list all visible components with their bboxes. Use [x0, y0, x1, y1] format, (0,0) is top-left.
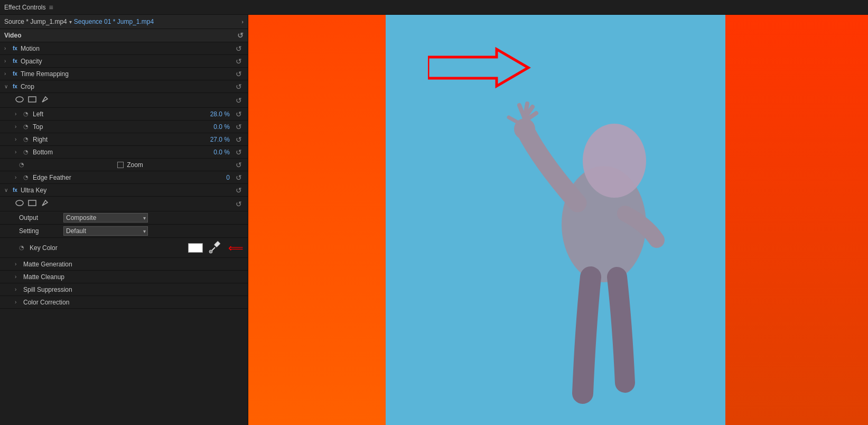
crop-bottom-clock[interactable]: ◔ [23, 149, 31, 155]
crop-left-clock[interactable]: ◔ [23, 110, 31, 117]
crop-top-expand[interactable]: › [15, 124, 21, 130]
source-dropdown-chevron[interactable]: ▾ [69, 19, 72, 25]
time-remapping-expand-arrow[interactable]: › [4, 71, 11, 77]
matte-generation-row[interactable]: › Matte Generation [0, 258, 248, 271]
ultra-key-expand-arrow[interactable]: ∨ [4, 187, 11, 193]
video-section-reset[interactable]: ↺ [237, 31, 244, 40]
ultra-key-fx-badge: fx [13, 187, 17, 193]
ultra-key-reset[interactable]: ↺ [234, 186, 244, 195]
crop-right-label: Right [33, 136, 208, 143]
edge-feather-row[interactable]: › ◔ Edge Feather 0 ↺ [0, 171, 248, 184]
uk-tools-reset[interactable]: ↺ [234, 200, 244, 208]
setting-dropdown[interactable]: Default Aggressive Relaxed Custom [63, 226, 148, 236]
opacity-effect-row[interactable]: › fx Opacity ↺ [0, 55, 248, 68]
svg-rect-4 [214, 241, 220, 247]
crop-right-expand[interactable]: › [15, 136, 21, 142]
uk-rectangle-tool[interactable] [27, 198, 37, 209]
crop-fx-badge: fx [13, 84, 17, 89]
crop-right-value[interactable]: 27.0 % [210, 136, 230, 143]
crop-top-reset[interactable]: ↺ [234, 123, 244, 131]
pen-tool[interactable] [40, 95, 50, 106]
matte-generation-expand[interactable]: › [15, 261, 21, 267]
uk-ellipse-tool[interactable] [15, 198, 24, 209]
crop-top-value[interactable]: 0.0 % [213, 123, 230, 131]
crop-top-row[interactable]: › ◔ Top 0.0 % ↺ [0, 121, 248, 133]
red-bg-left [248, 15, 386, 425]
rectangle-tool[interactable] [27, 95, 37, 106]
opacity-expand-arrow[interactable]: › [4, 58, 11, 64]
sequence-label[interactable]: Sequence 01 * Jump_1.mp4 [74, 18, 154, 25]
crop-right-reset[interactable]: ↺ [234, 135, 244, 144]
crop-left-value[interactable]: 28.0 % [210, 110, 230, 118]
edge-feather-reset[interactable]: ↺ [234, 173, 244, 182]
video-section-label: Video [4, 32, 21, 39]
color-correction-label: Color Correction [23, 299, 244, 306]
time-remapping-fx-badge: fx [13, 71, 17, 77]
zoom-checkbox[interactable] [117, 162, 124, 168]
svg-point-9 [583, 124, 646, 198]
svg-point-0 [16, 97, 23, 102]
crop-right-clock[interactable]: ◔ [23, 136, 31, 143]
svg-rect-1 [29, 97, 36, 102]
motion-label: Motion [21, 45, 232, 52]
matte-cleanup-row[interactable]: › Matte Cleanup [0, 271, 248, 283]
zoom-checkbox-row[interactable]: Zoom [117, 161, 143, 169]
opacity-label: Opacity [21, 58, 232, 65]
edge-feather-clock[interactable]: ◔ [23, 174, 31, 181]
crop-left-expand[interactable]: › [15, 111, 21, 117]
crop-bottom-expand[interactable]: › [15, 149, 21, 155]
zoom-clock: ◔ [19, 161, 26, 168]
top-bar: Effect Controls ≡ [0, 0, 868, 15]
crop-effect-row[interactable]: ∨ fx Crop ↺ [0, 80, 248, 93]
effect-controls-panel: Source * Jump_1.mp4 ▾ Sequence 01 * Jump… [0, 15, 248, 425]
motion-effect-row[interactable]: › fx Motion ↺ [0, 42, 248, 55]
person-figure [493, 15, 694, 425]
key-color-arrow-annotation: ⟸ [228, 242, 244, 254]
color-correction-expand[interactable]: › [15, 299, 21, 305]
motion-expand-arrow[interactable]: › [4, 45, 11, 51]
crop-bottom-value[interactable]: 0.0 % [213, 149, 230, 156]
uk-pen-tool[interactable] [40, 198, 50, 209]
output-dropdown-wrapper: Composite Alpha Channel Color Channel Ma… [63, 213, 148, 223]
crop-left-label: Left [33, 110, 208, 118]
edge-feather-value[interactable]: 0 [226, 174, 230, 181]
crop-reset[interactable]: ↺ [234, 82, 244, 91]
setting-row: Setting Default Aggressive Relaxed Custo… [0, 225, 248, 238]
time-remapping-effect-row[interactable]: › fx Time Remapping ↺ [0, 68, 248, 80]
crop-left-row[interactable]: › ◔ Left 28.0 % ↺ [0, 108, 248, 121]
svg-point-2 [16, 200, 23, 206]
crop-bottom-label: Bottom [33, 149, 211, 156]
key-color-swatch[interactable] [188, 243, 203, 253]
key-color-clock[interactable]: ◔ [19, 244, 26, 251]
output-label: Output [19, 214, 61, 221]
crop-bottom-reset[interactable]: ↺ [234, 148, 244, 156]
crop-top-clock[interactable]: ◔ [23, 123, 31, 130]
svg-rect-3 [29, 200, 36, 206]
color-correction-row[interactable]: › Color Correction [0, 296, 248, 309]
video-section-header: Video ↺ [0, 29, 248, 42]
menu-icon[interactable]: ≡ [49, 3, 53, 12]
output-dropdown[interactable]: Composite Alpha Channel Color Channel Ma… [63, 213, 148, 223]
crop-tools-reset[interactable]: ↺ [234, 96, 244, 105]
source-clip-label[interactable]: Source * Jump_1.mp4 [4, 18, 67, 25]
motion-reset[interactable]: ↺ [234, 44, 244, 53]
crop-expand-arrow[interactable]: ∨ [4, 84, 11, 89]
time-remapping-reset[interactable]: ↺ [234, 70, 244, 78]
ellipse-tool[interactable] [15, 95, 24, 106]
matte-cleanup-expand[interactable]: › [15, 274, 21, 280]
spill-suppression-expand[interactable]: › [15, 287, 21, 292]
output-row: Output Composite Alpha Channel Color Cha… [0, 211, 248, 225]
opacity-fx-badge: fx [13, 58, 17, 64]
ultra-key-effect-row[interactable]: ∨ fx Ultra Key ↺ [0, 184, 248, 197]
edge-feather-expand[interactable]: › [15, 174, 21, 180]
zoom-label: Zoom [127, 161, 143, 169]
crop-right-row[interactable]: › ◔ Right 27.0 % ↺ [0, 133, 248, 146]
panel-title: Effect Controls [4, 4, 45, 11]
source-forward-arrow[interactable]: › [241, 19, 244, 25]
spill-suppression-row[interactable]: › Spill Suppression [0, 283, 248, 296]
crop-left-reset[interactable]: ↺ [234, 110, 244, 118]
zoom-reset[interactable]: ↺ [234, 161, 244, 169]
crop-bottom-row[interactable]: › ◔ Bottom 0.0 % ↺ [0, 146, 248, 159]
opacity-reset[interactable]: ↺ [234, 57, 244, 66]
eyedropper-icon[interactable] [208, 239, 223, 256]
